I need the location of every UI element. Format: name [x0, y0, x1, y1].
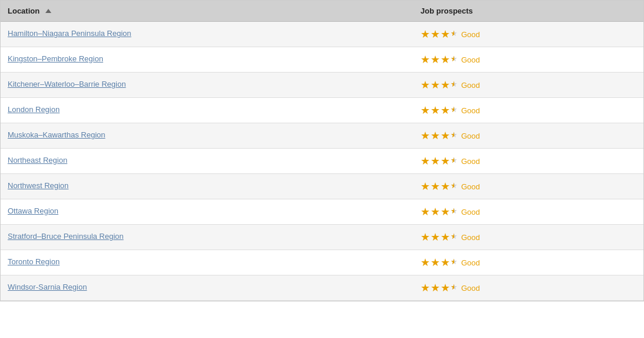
location-link[interactable]: Stratford–Bruce Peninsula Region: [8, 232, 124, 241]
job-prospects-cell: ★★★★★Good: [413, 149, 643, 173]
job-label: Good: [461, 208, 480, 216]
job-prospects-cell: ★★★★★Good: [413, 225, 643, 250]
star-full: ★: [420, 130, 430, 141]
job-prospects-cell: ★★★★★Good: [413, 199, 643, 224]
location-header[interactable]: Location: [1, 1, 413, 21]
stars: ★★★★★: [420, 181, 458, 192]
star-full: ★: [420, 156, 430, 166]
star-full: ★: [431, 181, 440, 192]
star-full: ★: [420, 206, 430, 217]
job-prospects-cell: ★★★★★Good: [413, 275, 643, 300]
star-full: ★: [431, 29, 440, 40]
stars: ★★★★★: [420, 283, 458, 293]
job-label: Good: [461, 81, 480, 90]
star-full: ★: [420, 257, 430, 268]
table-row: Kingston–Pembroke Region★★★★★Good: [1, 47, 643, 73]
table-row: Kitchener–Waterloo–Barrie Region★★★★★Goo…: [1, 73, 643, 98]
stars: ★★★★★: [420, 54, 458, 65]
location-cell: Hamilton–Niagara Peninsula Region: [1, 22, 413, 47]
table-row: Hamilton–Niagara Peninsula Region★★★★★Go…: [1, 22, 643, 47]
stars: ★★★★★: [420, 29, 458, 40]
table-row: Toronto Region★★★★★Good: [1, 250, 643, 275]
job-prospects-cell: ★★★★★Good: [413, 250, 643, 275]
main-table: Location Job prospects Hamilton–Niagara …: [0, 0, 644, 301]
job-prospects-cell: ★★★★★Good: [413, 73, 643, 97]
location-link[interactable]: Kingston–Pembroke Region: [8, 54, 103, 63]
job-prospects-header: Job prospects: [413, 1, 643, 21]
star-full: ★: [441, 105, 450, 116]
job-label: Good: [461, 233, 480, 242]
location-cell: Ottawa Region: [1, 199, 413, 224]
star-full: ★: [431, 54, 440, 65]
location-link[interactable]: Ottawa Region: [8, 206, 58, 215]
job-prospects-cell: ★★★★★Good: [413, 98, 643, 123]
star-full: ★: [420, 29, 430, 40]
location-header-label: Location: [8, 6, 40, 15]
sort-icon: [45, 9, 51, 13]
star-full: ★: [441, 257, 450, 268]
job-label: Good: [461, 284, 480, 293]
location-link[interactable]: Muskoka–Kawarthas Region: [8, 130, 105, 139]
stars: ★★★★★: [420, 105, 458, 116]
job-label: Good: [461, 55, 480, 64]
location-cell: London Region: [1, 98, 413, 123]
star-full: ★: [431, 232, 440, 242]
job-prospects-cell: ★★★★★Good: [413, 174, 643, 199]
star-full: ★: [420, 54, 430, 65]
star-full: ★: [431, 80, 440, 90]
location-link[interactable]: Windsor-Sarnia Region: [8, 283, 87, 291]
stars: ★★★★★: [420, 80, 458, 90]
location-cell: Toronto Region: [1, 250, 413, 275]
location-link[interactable]: Northwest Region: [8, 181, 68, 190]
location-cell: Muskoka–Kawarthas Region: [1, 123, 413, 148]
star-full: ★: [441, 29, 450, 40]
star-full: ★: [441, 206, 450, 217]
star-full: ★: [431, 105, 440, 116]
location-cell: Northeast Region: [1, 149, 413, 173]
star-full: ★: [441, 130, 450, 141]
job-prospects-cell: ★★★★★Good: [413, 22, 643, 47]
job-label: Good: [461, 258, 480, 267]
stars: ★★★★★: [420, 206, 458, 217]
table-body: Hamilton–Niagara Peninsula Region★★★★★Go…: [1, 22, 643, 301]
star-full: ★: [441, 232, 450, 242]
location-link[interactable]: Northeast Region: [8, 156, 67, 165]
location-link[interactable]: Toronto Region: [8, 257, 60, 266]
stars: ★★★★★: [420, 257, 458, 268]
star-full: ★: [420, 105, 430, 116]
stars: ★★★★★: [420, 232, 458, 242]
star-full: ★: [431, 206, 440, 217]
star-full: ★: [441, 54, 450, 65]
location-link[interactable]: Kitchener–Waterloo–Barrie Region: [8, 80, 126, 88]
table-row: Ottawa Region★★★★★Good: [1, 199, 643, 225]
table-row: London Region★★★★★Good: [1, 98, 643, 123]
table-row: Northwest Region★★★★★Good: [1, 174, 643, 199]
star-full: ★: [431, 156, 440, 166]
star-full: ★: [431, 257, 440, 268]
location-cell: Kitchener–Waterloo–Barrie Region: [1, 73, 413, 97]
star-full: ★: [441, 156, 450, 166]
star-full: ★: [420, 80, 430, 90]
star-full: ★: [441, 80, 450, 90]
job-label: Good: [461, 106, 480, 115]
job-label: Good: [461, 157, 480, 166]
location-cell: Kingston–Pembroke Region: [1, 47, 413, 72]
star-full: ★: [441, 181, 450, 192]
star-full: ★: [441, 283, 450, 293]
job-label: Good: [461, 132, 480, 140]
table-row: Stratford–Bruce Peninsula Region★★★★★Goo…: [1, 225, 643, 250]
table-row: Windsor-Sarnia Region★★★★★Good: [1, 275, 643, 301]
table-row: Northeast Region★★★★★Good: [1, 149, 643, 174]
star-full: ★: [431, 283, 440, 293]
location-link[interactable]: Hamilton–Niagara Peninsula Region: [8, 29, 132, 38]
star-full: ★: [420, 232, 430, 242]
job-prospects-cell: ★★★★★Good: [413, 123, 643, 148]
location-cell: Stratford–Bruce Peninsula Region: [1, 225, 413, 250]
stars: ★★★★★: [420, 130, 458, 141]
job-prospects-cell: ★★★★★Good: [413, 47, 643, 72]
star-full: ★: [420, 181, 430, 192]
table-row: Muskoka–Kawarthas Region★★★★★Good: [1, 123, 643, 149]
job-prospects-header-label: Job prospects: [420, 6, 473, 15]
job-label: Good: [461, 30, 480, 39]
location-link[interactable]: London Region: [8, 105, 60, 114]
